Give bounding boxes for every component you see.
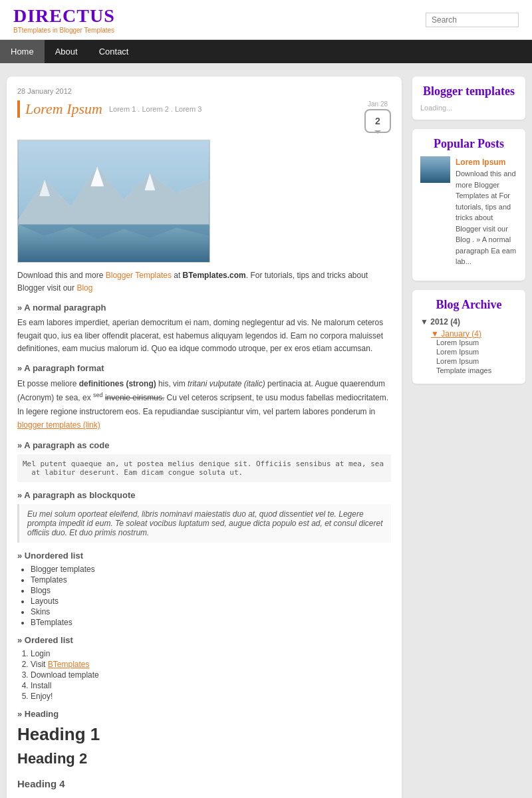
ordered-heading: » Ordered list xyxy=(17,635,391,645)
unordered-list: Blogger templates Templates Blogs Layout… xyxy=(31,565,391,627)
popular-post-item: Lorem Ipsum Download this and more Blogg… xyxy=(420,156,517,267)
archive-posts: Lorem Ipsum Lorem Ipsum Lorem Ipsum Temp… xyxy=(436,338,517,374)
list-item: Download template xyxy=(31,670,391,680)
btemplates-link[interactable]: BTemplates.com xyxy=(183,271,246,280)
code-heading: » A paragraph as code xyxy=(17,440,391,450)
blockquote-heading: » A paragraph as blockquote xyxy=(17,490,391,500)
list-item: Skins xyxy=(31,607,391,616)
archive-title: Blog Archive xyxy=(420,298,517,312)
list-item: Enjoy! xyxy=(31,692,391,701)
list-item: Visit BTemplates xyxy=(31,660,391,669)
h4-heading: Heading 4 xyxy=(17,778,65,789)
post-date: 28 January 2012 xyxy=(17,87,391,95)
post-title: Lorem Ipsum xyxy=(17,100,102,118)
blogger-loading: Loading... xyxy=(420,104,517,112)
blockquote-text: Eu mei solum oporteat eleifend, libris n… xyxy=(17,504,391,543)
post-header: Lorem Ipsum Lorem 1 . Lorem 2 . Lorem 3 … xyxy=(17,100,391,133)
format-link[interactable]: blogger templates (link) xyxy=(17,420,100,430)
blogger-templates-link[interactable]: Blogger Templates xyxy=(106,271,172,280)
popular-post-thumb xyxy=(420,156,450,183)
list-item: Blogger templates xyxy=(31,565,391,574)
code-block: Mel putent quaeque an, ut postea melius … xyxy=(17,454,391,482)
navigation: Home About Contact xyxy=(0,40,532,63)
archive-month[interactable]: ▼ January (4) xyxy=(431,329,517,338)
blogger-templates-widget: Blogger templates Loading... xyxy=(412,76,525,120)
format-text: Et posse meliore definitiones (strong) h… xyxy=(17,377,391,432)
post-labels: Lorem 1 . Lorem 2 . Lorem 3 xyxy=(109,105,201,113)
archive-toggle[interactable]: ▼ xyxy=(420,317,428,327)
archive-year: ▼ 2012 (4) xyxy=(420,317,517,327)
archive-post-link[interactable]: Lorem Ipsum xyxy=(436,357,517,365)
popular-posts-title: Popular Posts xyxy=(420,137,517,151)
archive-list: ▼ 2012 (4) ▼ January (4) Lorem Ipsum Lor… xyxy=(420,317,517,374)
list-item: Layouts xyxy=(31,597,391,606)
comment-bubble[interactable]: 2 xyxy=(364,109,391,133)
blogger-templates-title: Blogger templates xyxy=(420,84,517,98)
nav-item-home[interactable]: Home xyxy=(0,40,45,63)
nav-item-contact[interactable]: Contact xyxy=(88,40,140,63)
popular-post-link[interactable]: Lorem Ipsum xyxy=(456,158,505,167)
archive-post-link[interactable]: Template images xyxy=(436,366,517,374)
list-item: Blogs xyxy=(31,586,391,595)
list-item: Templates xyxy=(31,575,391,585)
h1-heading: Heading 1 xyxy=(17,724,391,745)
blog-archive-widget: Blog Archive ▼ 2012 (4) ▼ January (4) Lo… xyxy=(412,290,525,384)
post-jan-date: Jan 28 xyxy=(364,100,391,108)
normal-para-text: Es eam labores imperdiet, aperian democr… xyxy=(17,317,391,355)
heading-section-label: » Heading xyxy=(17,709,391,719)
h2-heading: Heading 2 xyxy=(17,750,391,767)
popular-post-text: Lorem Ipsum Download this and more Blogg… xyxy=(456,156,517,267)
search-input[interactable] xyxy=(426,13,519,27)
popular-posts-widget: Popular Posts Lorem Ipsum Download this … xyxy=(412,129,525,281)
list-item: Install xyxy=(31,681,391,690)
header: Directus BTtemplates in Blogger Template… xyxy=(0,0,532,40)
archive-post-link[interactable]: Lorem Ipsum xyxy=(436,348,517,356)
normal-para-heading: » A normal paragraph xyxy=(17,303,391,313)
comment-count: 2 xyxy=(364,109,391,133)
format-heading: » A paragraph format xyxy=(17,363,391,373)
unordered-heading: » Unordered list xyxy=(17,551,391,561)
post-1: 28 January 2012 Lorem Ipsum Lorem 1 . Lo… xyxy=(7,76,402,798)
post-image xyxy=(17,140,210,263)
ordered-list: Login Visit BTemplates Download template… xyxy=(31,649,391,701)
archive-post-link[interactable]: Lorem Ipsum xyxy=(436,338,517,346)
btemplates-ol-link[interactable]: BTemplates xyxy=(48,660,90,669)
main-content: 28 January 2012 Lorem Ipsum Lorem 1 . Lo… xyxy=(7,76,402,798)
list-item: Login xyxy=(31,649,391,658)
site-tagline: BTtemplates in Blogger Templates xyxy=(13,27,115,34)
site-logo: Directus xyxy=(13,5,115,27)
nav-item-about[interactable]: About xyxy=(45,40,88,63)
sidebar: Blogger templates Loading... Popular Pos… xyxy=(412,76,525,798)
list-item: BTemplates xyxy=(31,618,391,627)
page-wrapper: 28 January 2012 Lorem Ipsum Lorem 1 . Lo… xyxy=(0,63,532,798)
post-download-text: Download this and more Blogger Templates… xyxy=(17,269,391,295)
blog-link[interactable]: Blog xyxy=(76,283,92,293)
